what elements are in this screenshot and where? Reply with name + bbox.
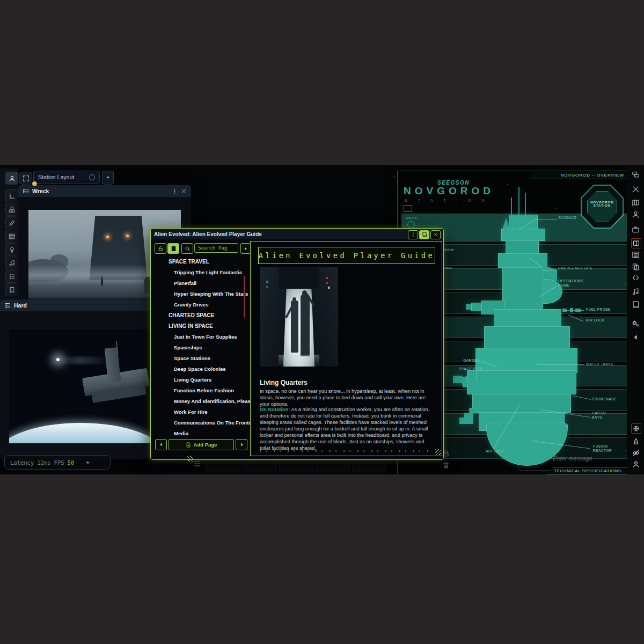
walls-tool-button[interactable] [5, 230, 18, 243]
scene-dropdown-button[interactable] [102, 171, 114, 185]
toc-page[interactable]: Function Before Fashion [174, 385, 234, 396]
hard-window[interactable]: Hard [0, 299, 162, 459]
callout-air-lock-bottom: AIR LOCK [486, 449, 504, 453]
deck-label: DECK [406, 216, 418, 219]
journal-window-title: Alien Evolved: Alien Evolved Player Guid… [154, 231, 262, 237]
sidebar-tab-cards[interactable] [631, 262, 640, 272]
sidebar-hidden-button[interactable] [631, 448, 640, 457]
sidebar-tab-scenes[interactable] [631, 198, 640, 207]
macro-slot[interactable] [316, 458, 350, 472]
macro-slot[interactable] [206, 458, 240, 472]
space-wreck-artwork [9, 330, 152, 443]
toc-page[interactable]: Space Stations [174, 353, 210, 364]
journal-lock-button[interactable] [155, 243, 166, 254]
drawing-tool-button[interactable] [5, 216, 18, 229]
toc-page[interactable]: Planetfall [174, 278, 196, 289]
hotbar-menu-icon[interactable] [193, 459, 201, 468]
tiles-tool-button[interactable] [5, 203, 18, 216]
page-title: Alien Evolved Player Guide [258, 247, 435, 264]
lighting-tool-button[interactable] [5, 243, 18, 256]
wreck-titlebar[interactable]: Wreck [18, 185, 191, 197]
sidebar-user-button[interactable] [631, 459, 640, 469]
resize-handle[interactable] [187, 456, 193, 462]
toc-scrollbar[interactable] [244, 276, 245, 318]
sidebar-tab-items[interactable] [631, 225, 640, 234]
journal-mode-button[interactable] [419, 230, 429, 239]
macro-slot[interactable] [279, 458, 313, 472]
toc-page[interactable]: Communications On The Frontier [174, 418, 255, 428]
toc-section[interactable]: CHARTED SPACE [169, 310, 214, 321]
app-stage: NOVGOROD – OVERVIEW TECHNICAL SPECIFICAT… [0, 165, 644, 474]
toc-section[interactable]: LIVING IN SPACE [169, 321, 213, 332]
journal-menu-button[interactable] [408, 230, 418, 239]
toc-page[interactable]: Tripping The Light Fantastic [174, 267, 242, 278]
close-icon[interactable] [181, 188, 187, 194]
sidebar-collapse-button[interactable] [631, 333, 640, 342]
toc-page[interactable]: Spaceships [174, 342, 202, 353]
macro-slot[interactable] [352, 458, 386, 472]
toc-page[interactable]: Just In Town For Supplies [174, 332, 237, 342]
scene-config-icon[interactable] [89, 174, 95, 180]
chat-input[interactable] [524, 455, 621, 462]
sidebar-tab-settings[interactable] [631, 319, 640, 328]
sound-tool-button[interactable] [5, 257, 18, 269]
journal-page[interactable]: Alien Evolved Player Guide Livi [250, 241, 442, 456]
journal-search-button[interactable] [181, 243, 193, 254]
caret-up-icon[interactable] [85, 459, 91, 465]
sidebar [627, 165, 644, 474]
callout-cargo-bays: CARGO BAYS [592, 411, 613, 420]
sidebar-tab-macros[interactable] [631, 273, 640, 282]
sidebar-tab-actors[interactable] [631, 210, 640, 219]
toc-page[interactable]: Media [174, 428, 188, 439]
journal-titlebar[interactable]: Alien Evolved: Alien Evolved Player Guid… [151, 229, 443, 239]
toc-page[interactable]: Money And Identification, Please [174, 396, 253, 407]
toc-page[interactable]: Living Quarters [174, 375, 211, 385]
measure-tool-button[interactable] [5, 189, 18, 202]
sidebar-tab-chat[interactable] [631, 170, 640, 179]
notes-tool-button[interactable] [5, 283, 18, 296]
latency-value: 12ms [37, 459, 50, 466]
previous-page-button[interactable] [155, 439, 167, 450]
sidebar-tab-tables[interactable] [631, 250, 640, 259]
page-paragraph: In space, no one can hear you snore... i… [260, 388, 433, 407]
journal-window[interactable]: Alien Evolved: Alien Evolved Player Guid… [150, 228, 444, 460]
journal-collapse-toc-button[interactable] [240, 243, 251, 254]
file-plus-icon [186, 442, 191, 448]
journal-close-button[interactable] [430, 230, 441, 239]
schematic-checkbox[interactable] [404, 205, 412, 212]
sidebar-tower-button[interactable] [631, 436, 640, 445]
scene-select[interactable]: Station Layout [33, 171, 100, 184]
stars [394, 176, 395, 177]
hard-titlebar[interactable]: Hard [0, 299, 162, 311]
callout-operations-dome: OPERATIONS DOME [558, 279, 588, 288]
toc-page[interactable]: Work For Hire [174, 407, 208, 418]
sidebar-globe-button[interactable] [631, 423, 641, 434]
token-controls-button[interactable] [5, 172, 18, 185]
macro-slot[interactable] [243, 458, 277, 472]
schematic-overview-tab: NOVGOROD – OVERVIEW [529, 171, 629, 179]
badge-line2: STATION [581, 204, 624, 207]
add-page-button[interactable]: Add Page [169, 439, 234, 450]
resize-handle[interactable] [435, 449, 441, 455]
sidebar-tab-combat[interactable] [631, 185, 640, 194]
toc-page[interactable]: Gravity Drives [174, 299, 208, 310]
module-label-fragment: Module [443, 248, 454, 251]
toc-section[interactable]: SPACE TRAVEL [169, 257, 209, 267]
performance-status-bar[interactable]: Latency 12ms FPS 50 [4, 455, 111, 470]
trash-icon[interactable] [442, 462, 450, 469]
window-menu-icon[interactable] [172, 188, 178, 194]
toc-page[interactable]: Hyper Sleeping With The Stars [174, 289, 248, 299]
fps-label: FPS [54, 459, 64, 466]
callout-emergency-ops: EMERGENCY OPS [558, 266, 592, 270]
regions-tool-button[interactable] [5, 270, 18, 283]
journal-search-input[interactable] [194, 243, 238, 253]
sidebar-tab-compendium[interactable] [631, 300, 640, 309]
toc-page[interactable]: Deep Space Colonies [174, 364, 226, 375]
sidebar-tab-playlists[interactable] [631, 287, 640, 296]
callout-fuel-probe: FUEL PROBE [586, 308, 611, 312]
sidebar-tab-journal[interactable] [631, 238, 641, 248]
expand-button[interactable] [19, 172, 32, 185]
scene-select-value: Station Layout [38, 174, 74, 180]
next-page-button[interactable] [236, 439, 247, 450]
journal-pages-button[interactable] [167, 243, 179, 254]
